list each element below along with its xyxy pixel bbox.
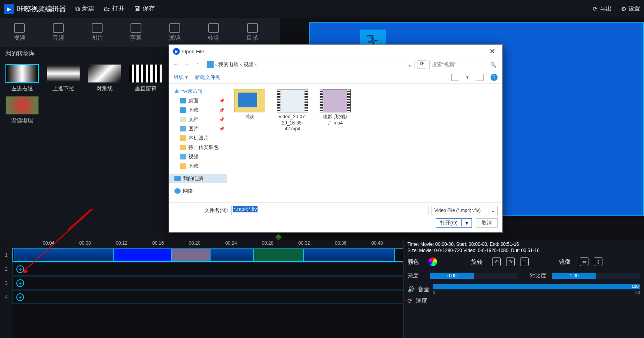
tab-video-label: 视频 xyxy=(14,34,25,42)
tab-catalog[interactable]: 目录 xyxy=(233,18,272,47)
info-size: Size: Movie: 0-0-1280-720 Video: 0-0-192… xyxy=(407,247,640,254)
speed-icon[interactable]: ⟳ xyxy=(407,298,413,305)
sidebar-item-desktop[interactable]: 桌面📌 xyxy=(169,96,227,105)
brightness-slider[interactable]: 0.00 xyxy=(430,273,518,279)
refresh-icon[interactable]: ⟳ xyxy=(418,60,426,69)
lib-thumb xyxy=(5,96,39,115)
label-contrast: 对比度 xyxy=(530,272,548,279)
sidebar-item-downloads[interactable]: 下载📌 xyxy=(169,105,227,115)
organize-button[interactable]: 组织 ▾ xyxy=(174,74,188,81)
desktop-icon xyxy=(180,98,186,103)
menu-export[interactable]: ⟳ 导出 xyxy=(593,5,612,12)
breadcrumb-seg[interactable]: 视频 xyxy=(244,61,254,68)
sidebar-item-documents[interactable]: 文档📌 xyxy=(169,115,227,124)
app-title: 咔嚓视频编辑器 xyxy=(17,4,66,14)
menu-settings-label: 设置 xyxy=(628,5,640,12)
timeline-main[interactable]: 00:04 00:08 00:12 00:16 00:20 00:24 00:2… xyxy=(12,240,403,338)
rotate-cw-icon[interactable]: ↷ xyxy=(506,257,515,266)
tab-filter[interactable]: 滤镜 xyxy=(155,18,194,47)
menu-save[interactable]: 🖫 保存 xyxy=(134,5,155,13)
mirror-h-icon[interactable]: ⇔ xyxy=(580,257,588,266)
breadcrumb-seg[interactable]: 我的电脑 xyxy=(218,61,238,68)
chevron-down-icon[interactable]: ▾ xyxy=(466,74,469,80)
contrast-value: 1.00 xyxy=(569,273,578,278)
track-2[interactable]: 2+ xyxy=(12,262,403,276)
contrast-slider[interactable]: 1.00 xyxy=(552,273,641,279)
nav-back-icon[interactable]: ← xyxy=(172,61,180,68)
folder-icon xyxy=(180,163,186,169)
lib-thumb xyxy=(5,64,39,83)
tab-image[interactable]: 图片 xyxy=(78,18,117,47)
timeline: 00:04 00:08 00:12 00:16 00:20 00:24 00:2… xyxy=(0,240,644,338)
file-item-video1[interactable]: Video_20-07-29_16-35-42.mp4 xyxy=(275,89,310,132)
vol-mid: 50 xyxy=(635,290,640,295)
open-dropdown-icon[interactable]: ▼ xyxy=(462,220,472,226)
new-folder-button[interactable]: 新建文件夹 xyxy=(195,74,220,81)
download-icon xyxy=(180,107,186,113)
lib-item-3[interactable]: 垂直窗帘 xyxy=(129,64,162,92)
track-4[interactable]: 4+ xyxy=(12,290,403,304)
menu-settings[interactable]: ⚙ 设置 xyxy=(621,5,640,12)
filetype-select[interactable]: Video File (*.mp4;*.flv)⌄ xyxy=(432,206,498,215)
lib-item-2[interactable]: 对角线 xyxy=(88,64,121,92)
catalog-icon xyxy=(247,23,258,33)
pin-icon: 📌 xyxy=(219,98,225,103)
pin-icon: 📌 xyxy=(219,126,225,131)
preview-pane-icon[interactable] xyxy=(476,74,484,81)
tab-subtitle[interactable]: 字幕 xyxy=(117,18,155,47)
rotate-ccw-icon[interactable]: ↶ xyxy=(492,257,501,266)
sidebar-item-pictures[interactable]: 图片📌 xyxy=(169,124,227,133)
breadcrumb[interactable]: › 我的电脑 › 视频 › ⌄ xyxy=(205,60,414,69)
menu-new[interactable]: ⧉ 新建 xyxy=(75,5,94,13)
view-mode-icon[interactable] xyxy=(451,74,459,81)
lib-label: 垂直窗帘 xyxy=(135,85,157,92)
panel-drag-handle[interactable] xyxy=(273,233,284,240)
sidebar-item-local-photos[interactable]: 本机照片 xyxy=(169,133,227,143)
timeline-ruler[interactable]: 00:04 00:08 00:12 00:16 00:20 00:24 00:2… xyxy=(12,240,403,248)
file-list[interactable]: 捕获 Video_20-07-29_16-35-42.mp4 喵影-我的影片.m… xyxy=(227,84,502,202)
lib-item-1[interactable]: 上推下拉 xyxy=(47,64,80,92)
lib-item-6[interactable]: 渐隐渐现 xyxy=(5,96,39,124)
help-icon[interactable]: ? xyxy=(491,74,498,81)
track-1[interactable]: 1 xyxy=(12,248,403,262)
track-3[interactable]: 3+ xyxy=(12,276,403,290)
clip-video1[interactable] xyxy=(172,249,211,261)
rotate-square-icon[interactable]: ◻ xyxy=(520,257,529,266)
file-item-folder[interactable]: 捕获 xyxy=(232,89,268,120)
close-icon[interactable]: ✕ xyxy=(486,47,498,56)
nav-forward-icon[interactable]: → xyxy=(183,61,191,68)
dialog-titlebar[interactable]: ▶ Open File ✕ xyxy=(169,45,502,58)
search-input[interactable]: 搜索"视频" 🔍 xyxy=(429,60,499,69)
sidebar-item-videos[interactable]: 视频 xyxy=(169,152,227,161)
menu-open[interactable]: 🗁 打开 xyxy=(104,5,125,13)
lib-label: 左进右退 xyxy=(11,85,33,92)
dialog-bottom: 文件名(N): *.mp4;*.flv Video File (*.mp4;*.… xyxy=(169,202,502,232)
cancel-button[interactable]: 取消 xyxy=(476,218,498,228)
sidebar-item-pending[interactable]: 待上传安装包 xyxy=(169,143,227,152)
lib-label: 对角线 xyxy=(96,85,113,92)
color-picker-icon[interactable] xyxy=(428,257,437,266)
volume-slider[interactable]: 100 xyxy=(433,284,640,289)
search-icon: 🔍 xyxy=(490,62,496,68)
nav-up-icon[interactable]: ↑ xyxy=(194,61,202,68)
mirror-v-icon[interactable]: ⇕ xyxy=(594,257,602,266)
sidebar-quick-access[interactable]: 快速访问 xyxy=(169,87,227,96)
open-button[interactable]: 打开(O)▼ xyxy=(436,218,472,228)
add-track-button[interactable]: + xyxy=(16,279,24,287)
clip-video2[interactable] xyxy=(253,249,304,261)
sidebar-item-network[interactable]: 网络 xyxy=(169,186,227,196)
filename-input[interactable]: *.mp4;*.flv xyxy=(231,206,428,215)
label-color: 颜色 xyxy=(407,258,423,266)
tab-video[interactable]: 视频 xyxy=(0,18,39,47)
add-track-button[interactable]: + xyxy=(16,293,24,301)
file-item-video2[interactable]: 喵影-我的影片.mp4 xyxy=(317,89,353,126)
tab-transition[interactable]: 转场 xyxy=(194,18,233,47)
tab-image-label: 图片 xyxy=(91,34,103,42)
sidebar-item-downloads2[interactable]: 下载 xyxy=(169,161,227,171)
clip-blue[interactable] xyxy=(113,249,172,261)
sidebar-item-my-pc[interactable]: 我的电脑 xyxy=(169,174,227,183)
tab-audio[interactable]: 音频 xyxy=(39,18,78,47)
track-number: 1 xyxy=(1,252,12,258)
lib-item-0[interactable]: 左进右退 xyxy=(5,64,39,92)
volume-icon[interactable]: 🔊 xyxy=(407,286,415,293)
